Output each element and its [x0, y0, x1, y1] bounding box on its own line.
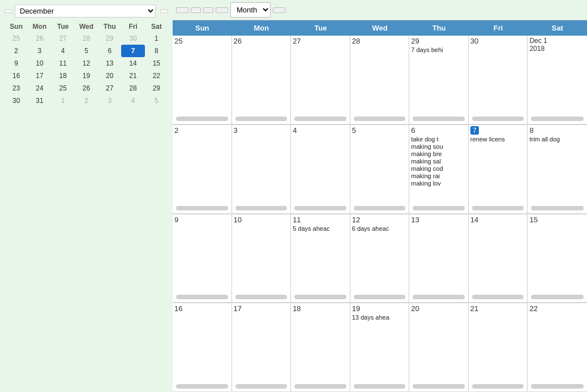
scrollbar[interactable]	[294, 295, 346, 299]
mini-day-cell[interactable]: 5	[145, 94, 168, 107]
mini-day-cell[interactable]: 24	[28, 82, 51, 94]
scrollbar[interactable]	[472, 206, 524, 210]
scrollbar[interactable]	[235, 384, 288, 389]
cal-cell[interactable]: 20	[409, 303, 469, 392]
cal-cell[interactable]: 25	[173, 36, 232, 124]
event-item[interactable]: take dog t	[411, 136, 466, 143]
mini-day-cell[interactable]: 23	[5, 82, 28, 94]
mini-day-cell[interactable]: 28	[121, 82, 144, 94]
scrollbar[interactable]	[531, 206, 584, 210]
scrollbar[interactable]	[531, 117, 584, 121]
cal-cell[interactable]: 18	[291, 303, 350, 392]
mini-day-cell[interactable]: 7	[121, 45, 144, 57]
mini-day-cell[interactable]: 6	[98, 45, 121, 57]
cal-cell[interactable]: Dec 12018	[528, 36, 587, 124]
scrollbar[interactable]	[354, 206, 406, 210]
scrollbar[interactable]	[176, 295, 228, 299]
scrollbar[interactable]	[413, 117, 465, 121]
cal-cell[interactable]: 115 days aheac	[291, 214, 350, 303]
mini-day-cell[interactable]: 31	[28, 94, 51, 107]
mini-day-cell[interactable]: 17	[28, 70, 51, 82]
mini-day-cell[interactable]: 30	[121, 32, 144, 45]
mini-day-cell[interactable]: 26	[28, 32, 51, 45]
mini-day-cell[interactable]: 1	[52, 94, 75, 107]
scrollbar[interactable]	[354, 295, 406, 299]
mini-day-cell[interactable]: 3	[98, 94, 121, 107]
mini-day-cell[interactable]: 27	[52, 32, 75, 45]
scrollbar[interactable]	[354, 117, 406, 121]
mini-day-cell[interactable]: 22	[145, 70, 168, 82]
mini-day-cell[interactable]: 30	[5, 94, 28, 107]
next-button[interactable]	[203, 7, 213, 13]
event-item[interactable]: making cod	[411, 165, 466, 172]
cal-cell[interactable]: 7renew licens	[469, 125, 528, 214]
mini-day-cell[interactable]: 4	[52, 45, 75, 57]
scrollbar[interactable]	[294, 117, 346, 121]
mini-day-cell[interactable]: 29	[145, 82, 168, 94]
mini-day-cell[interactable]: 19	[75, 70, 98, 82]
mini-day-cell[interactable]: 14	[121, 57, 144, 70]
scrollbar[interactable]	[413, 206, 465, 210]
event-item[interactable]: 13 days ahea	[352, 314, 408, 321]
cal-cell[interactable]: 8trim all dog	[528, 125, 587, 214]
cal-cell[interactable]: 21	[469, 303, 528, 392]
mini-day-cell[interactable]: 5	[75, 45, 98, 57]
today-button[interactable]	[176, 7, 188, 13]
cal-cell[interactable]: 6take dog tmaking soumaking bremaking sa…	[409, 125, 469, 214]
mini-day-cell[interactable]: 2	[5, 45, 28, 57]
cal-cell[interactable]: 4	[291, 125, 350, 214]
event-item[interactable]: 7 days behi	[411, 46, 466, 53]
event-item[interactable]: 5 days aheac	[293, 225, 348, 232]
mini-day-cell[interactable]: 8	[145, 45, 168, 57]
scrollbar[interactable]	[235, 117, 288, 121]
cal-cell[interactable]: 22	[528, 303, 587, 392]
mini-day-cell[interactable]: 20	[98, 70, 121, 82]
mini-day-cell[interactable]: 2	[75, 94, 98, 107]
event-item[interactable]: making rai	[411, 173, 466, 179]
event-item[interactable]: renew licens	[470, 136, 526, 143]
event-item[interactable]: making sou	[411, 143, 466, 150]
scrollbar[interactable]	[294, 206, 346, 210]
mini-day-cell[interactable]: 9	[5, 57, 28, 70]
cal-cell[interactable]: 9	[173, 214, 232, 303]
mini-month-select[interactable]: JanuaryFebruaryMarchApril MayJuneJulyAug…	[15, 5, 156, 18]
event-item[interactable]: trim all dog	[529, 136, 585, 143]
mini-day-cell[interactable]: 11	[52, 57, 75, 70]
mini-day-cell[interactable]: 27	[98, 82, 121, 94]
cal-cell[interactable]: 28	[350, 36, 410, 124]
event-item[interactable]: making lov	[411, 180, 466, 187]
mini-day-cell[interactable]: 12	[75, 57, 98, 70]
scrollbar[interactable]	[176, 384, 228, 389]
mini-day-cell[interactable]: 3	[28, 45, 51, 57]
mini-day-cell[interactable]: 25	[52, 82, 75, 94]
mini-day-cell[interactable]: 4	[121, 94, 144, 107]
mini-next-button[interactable]	[160, 10, 168, 13]
scrollbar[interactable]	[472, 384, 524, 389]
cal-cell[interactable]: 1913 days ahea	[350, 303, 410, 392]
scrollbar[interactable]	[235, 295, 288, 299]
scrollbar[interactable]	[176, 117, 228, 121]
cal-cell[interactable]: 17	[232, 303, 292, 392]
scrollbar[interactable]	[413, 295, 465, 299]
find-button[interactable]	[216, 7, 228, 13]
mini-day-cell[interactable]: 10	[28, 57, 51, 70]
scrollbar[interactable]	[531, 295, 584, 299]
event-item[interactable]: making bre	[411, 150, 466, 157]
mini-day-cell[interactable]: 29	[98, 32, 121, 45]
scrollbar[interactable]	[413, 384, 465, 389]
mini-day-cell[interactable]: 18	[52, 70, 75, 82]
scrollbar[interactable]	[354, 384, 406, 389]
cal-cell[interactable]: 13	[409, 214, 469, 303]
cal-cell[interactable]: 26	[232, 36, 292, 124]
scrollbar[interactable]	[472, 117, 524, 121]
cal-cell[interactable]: 30	[469, 36, 528, 124]
scrollbar[interactable]	[294, 384, 346, 389]
view-select[interactable]: MonthWeekDay	[230, 2, 271, 18]
cal-cell[interactable]: 16	[173, 303, 232, 392]
prev-button[interactable]	[191, 7, 201, 13]
event-item[interactable]: 6 days aheac	[352, 225, 408, 232]
cal-cell[interactable]: 10	[232, 214, 292, 303]
mini-day-cell[interactable]: 21	[121, 70, 144, 82]
event-item[interactable]: making sal	[411, 158, 466, 165]
scrollbar[interactable]	[176, 206, 228, 210]
